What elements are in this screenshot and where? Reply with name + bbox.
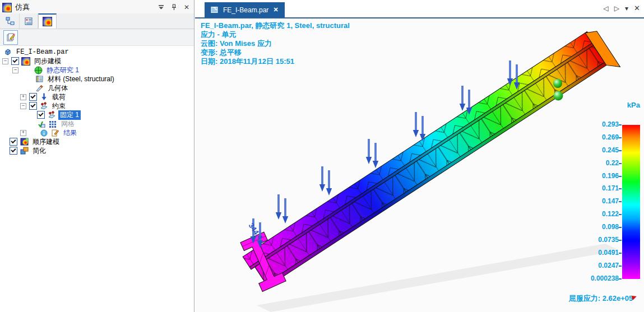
sync-modeling-icon [21, 57, 30, 66]
tab-panes[interactable] [20, 13, 38, 29]
nav-dropdown-icon[interactable]: ▾ [625, 4, 628, 12]
loads-icon [39, 93, 48, 101]
sync-checkbox[interactable] [11, 57, 19, 65]
tree-label-fixed[interactable]: 固定 1 [58, 110, 81, 120]
tree-row-mesh[interactable]: 网格 [0, 119, 194, 128]
tree-row-study[interactable]: − 静态研究 1 [0, 66, 194, 74]
simulation-panel-icon [2, 3, 12, 12]
legend-value: 0.098 [587, 223, 619, 231]
legend-value: 0.22 [587, 159, 619, 167]
tree-label-sync[interactable]: 同步建模 [33, 57, 63, 66]
hierarchy-icon [6, 17, 15, 26]
legend-value: 0.245 [587, 146, 619, 154]
3d-viewport[interactable]: 344.4 FE_I-Beam.par, 静态研究 1, Steel, stru… [195, 18, 644, 312]
ordered-modeling-icon [20, 138, 29, 146]
collapse-icon[interactable]: − [20, 103, 26, 109]
static-study-icon [34, 66, 43, 74]
legend-value: 0.122 [587, 210, 619, 218]
tree-row-fixed[interactable]: 固定 1 [0, 110, 194, 119]
tree-label-simplify[interactable]: 简化 [31, 146, 48, 156]
simulation-tree: FE_I-Beam.par − 同步建模 − 静态研究 1 材料 (Steel,… [0, 46, 194, 155]
tree-label-part[interactable]: FE_I-Beam.par [15, 48, 71, 56]
expand-icon[interactable]: + [20, 94, 26, 100]
tree-label-material[interactable]: 材料 (Steel, structural) [46, 74, 116, 84]
legend-value: 0.0735 [587, 236, 619, 244]
tree-label-mesh[interactable]: 网格 [59, 119, 76, 129]
yield-stress-label: 屈服应力: 2.62e+05▶ [569, 294, 637, 304]
geometry-icon [35, 84, 44, 92]
tree-label-geometry[interactable]: 几何体 [46, 83, 70, 93]
tree-label-ordered[interactable]: 顺序建模 [31, 137, 61, 147]
collapse-icon[interactable]: − [12, 67, 18, 73]
legend-value: 0.000238 [587, 274, 619, 282]
colormap-icon [43, 17, 52, 26]
color-legend: kPa 0.293 0.269 0.245 0.22 0.196 0.171 0… [587, 97, 643, 310]
tree-label-study[interactable]: 静态研究 1 [45, 66, 81, 75]
simulation-panel: 仿真 ✕ FE_I-Beam.par − [0, 0, 194, 312]
ordered-checkbox[interactable] [10, 138, 17, 146]
fixed-checkbox[interactable] [37, 111, 45, 119]
expand-icon[interactable]: + [20, 130, 26, 136]
mesh-check-icon [37, 120, 46, 128]
legend-value: 0.147 [587, 197, 619, 205]
legend-color-bar [622, 125, 640, 279]
fixed-constraint-icon [47, 111, 56, 119]
document-tab[interactable]: FE_I-Beam.par ✕ [205, 2, 285, 17]
nav-left-icon[interactable]: ◁ [604, 4, 609, 12]
tree-row-part[interactable]: FE_I-Beam.par [0, 48, 194, 57]
info-line-title: FE_I-Beam.par, 静态研究 1, Steel, structural [201, 21, 350, 30]
edit-study-button[interactable] [3, 30, 18, 45]
panel-close-icon[interactable]: ✕ [182, 3, 191, 11]
constraint-sphere [553, 79, 562, 88]
load-arrows [251, 60, 520, 248]
tab-structure-tree[interactable] [1, 13, 20, 29]
info-line-result-type: 应力 - 单元 [201, 30, 350, 39]
simplify-checkbox[interactable] [10, 147, 17, 155]
constraints-checkbox[interactable] [29, 102, 37, 110]
simplify-icon [20, 147, 29, 155]
document-tab-label: FE_I-Beam.par [223, 6, 268, 14]
loads-checkbox[interactable] [29, 93, 37, 101]
constraint-sphere [554, 91, 563, 101]
collapse-icon[interactable]: − [2, 58, 8, 64]
tree-row-geometry[interactable]: 几何体 [0, 83, 194, 92]
info-icon [39, 129, 48, 137]
legend-value: 0.171 [587, 184, 619, 192]
tree-row-simplify[interactable]: 简化 [0, 146, 194, 155]
tab-close-icon[interactable]: ✕ [273, 6, 278, 13]
legend-value: 0.0247 [587, 262, 619, 269]
tree-row-loads[interactable]: + 载荷 [0, 92, 194, 101]
legend-value: 0.269 [587, 133, 619, 141]
mesh-grid-icon [48, 120, 57, 128]
info-line-contour: 云图: Von Mises 应力 [201, 39, 350, 48]
tab-simulation-results[interactable] [38, 13, 57, 29]
tree-row-material[interactable]: 材料 (Steel, structural) [0, 74, 194, 83]
tree-row-sync[interactable]: − 同步建模 [0, 57, 194, 66]
panes-icon [24, 17, 34, 26]
tree-row-results[interactable]: + 结果 [0, 128, 194, 137]
tree-label-constraints[interactable]: 约束 [50, 101, 67, 111]
nav-right-icon[interactable]: ▷ [614, 4, 619, 12]
panel-toolbar [0, 29, 194, 46]
tree-label-results[interactable]: 结果 [62, 128, 78, 138]
info-line-date: 日期: 2018年11月12日 15:51 [201, 57, 350, 66]
window-close-icon[interactable]: ✕ [634, 4, 640, 12]
tree-label-loads[interactable]: 载荷 [50, 92, 67, 102]
dock-arrow-icon[interactable] [156, 3, 165, 11]
panel-tab-strip [0, 13, 194, 29]
result-info-block: FE_I-Beam.par, 静态研究 1, Steel, structural… [201, 21, 350, 66]
part-icon [3, 48, 12, 56]
constraints-icon [39, 102, 48, 110]
legend-unit-label: kPa [627, 101, 640, 109]
tree-row-ordered[interactable]: 顺序建模 [0, 137, 194, 146]
tree-row-constraints[interactable]: − 约束 [0, 101, 194, 110]
legend-value: 0.196 [587, 172, 619, 180]
report-icon [50, 129, 59, 137]
legend-value: 0.0491 [587, 249, 619, 257]
document-area: FE_I-Beam.par ✕ ◁ ▷ ▾ ✕ [195, 0, 644, 312]
info-line-deformation: 变形: 总平移 [201, 48, 350, 57]
document-tab-bar: FE_I-Beam.par ✕ ◁ ▷ ▾ ✕ [195, 0, 644, 18]
pin-icon[interactable] [169, 3, 178, 11]
panel-header: 仿真 ✕ [0, 0, 194, 13]
material-icon [35, 75, 44, 83]
